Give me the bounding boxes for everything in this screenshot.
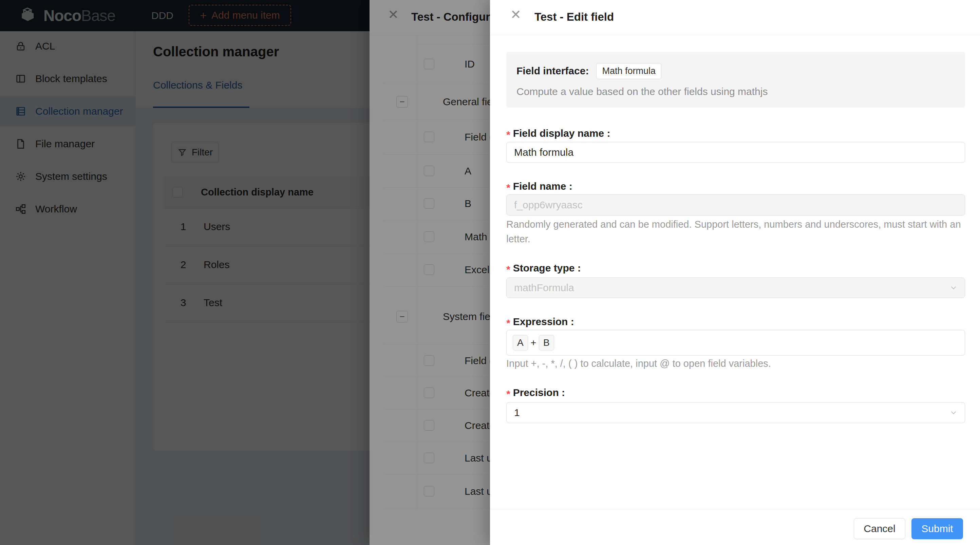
submit-button[interactable]: Submit [912,518,963,539]
edit-drawer-title: Test - Edit field [535,11,614,24]
required-mark: * [506,129,511,140]
storage-type-select[interactable]: mathFormula [506,277,965,298]
field-name-label: * Field name : [506,180,573,193]
field-display-name-label: * Field display name : [506,127,610,140]
field-name-help: Randomly generated and can be modified. … [506,217,965,246]
required-mark: * [506,388,511,400]
expression-chip-a[interactable]: A [513,335,528,351]
field-interface-description: Compute a value based on the other field… [517,86,768,97]
field-name-input[interactable]: f_opp6wryaasc [506,194,965,215]
expression-label: * Expression : [506,315,574,328]
required-mark: * [506,317,511,329]
precision-label: * Precision : [506,386,565,399]
expression-help: Input +, -, *, /, ( ) to calculate, inpu… [506,356,965,371]
close-icon[interactable]: ✕ [511,8,521,21]
field-interface-row: Field interface: Math formula [517,62,661,80]
required-mark: * [506,182,511,193]
chevron-down-icon [949,408,958,417]
storage-type-label: * Storage type : [506,261,581,274]
edit-field-drawer: ✕ Test - Edit field Field interface: Mat… [490,0,980,545]
expression-chip-b[interactable]: B [539,335,554,351]
field-interface-box: Field interface: Math formula Compute a … [506,52,965,108]
required-mark: * [506,264,511,275]
expression-input[interactable]: A + B [506,330,965,355]
precision-select[interactable]: 1 [506,402,965,423]
expression-operator: + [531,337,536,348]
footer-divider [490,509,980,509]
chevron-down-icon [949,284,958,292]
field-display-name-value: Math formula [514,147,573,158]
cancel-button[interactable]: Cancel [854,518,905,539]
field-interface-label: Field interface: [517,65,589,77]
storage-type-value: mathFormula [514,282,574,293]
field-display-name-input[interactable]: Math formula [506,142,965,163]
field-interface-tag: Math formula [596,63,661,79]
edit-drawer-header: ✕ Test - Edit field [490,0,980,35]
precision-value: 1 [514,407,520,418]
field-name-value: f_opp6wryaasc [514,199,583,211]
